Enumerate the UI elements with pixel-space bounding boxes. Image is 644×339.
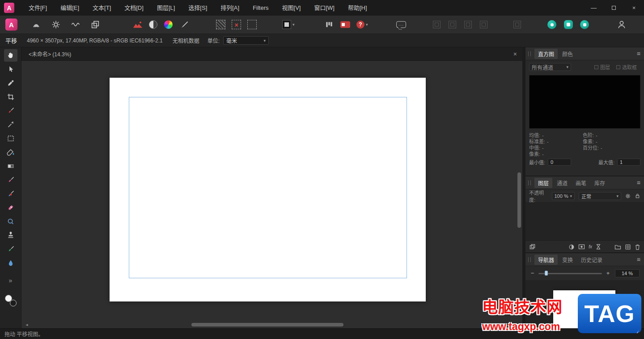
tab-transform[interactable]: 变换 [559,255,576,265]
marquee-tool[interactable] [4,132,17,145]
tab-channels[interactable]: 通道 [553,178,571,188]
move-tool[interactable] [4,63,17,75]
tab-brushes[interactable]: 画笔 [572,178,590,188]
account-button[interactable] [617,20,627,29]
export-persona-icon[interactable] [90,20,100,29]
quick-mask-button[interactable]: ▾ [282,20,295,29]
auto-levels-icon[interactable] [132,20,143,29]
chevron-down-icon[interactable]: ▾ [366,22,368,27]
layers-list[interactable] [525,202,644,241]
zoom-slider-thumb[interactable] [545,271,548,276]
horizontal-scrollbar-thumb[interactable] [191,323,343,326]
menu-item-filters[interactable]: Filters [246,0,275,16]
panel-splitter[interactable] [522,47,525,328]
layer-lock-button[interactable] [635,193,640,199]
develop-persona-icon[interactable] [51,20,61,29]
scroll-left-arrow-icon[interactable]: ◄ [25,323,29,327]
tab-layers[interactable]: 图层 [534,178,552,188]
layer-overlay-checkbox[interactable]: 图层 [594,63,610,71]
color-replacement-brush-tool[interactable] [4,188,17,200]
invert-selection-icon[interactable] [247,20,257,29]
menu-item-edit[interactable]: 编辑[E] [54,0,86,16]
healing-brush-tool[interactable] [4,243,17,255]
rotate-canvas-icon[interactable] [340,21,350,28]
help-dropdown-button[interactable]: ? ▾ [356,21,368,29]
panel-grip[interactable] [528,51,531,56]
gradient-tool[interactable] [4,160,17,172]
blend-mode-select[interactable]: 正常 ▾ [579,192,621,200]
flood-fill-tool[interactable] [4,146,17,159]
zoom-slider[interactable] [538,270,602,276]
clone-stamp-tool[interactable] [4,229,17,242]
auto-white-balance-icon[interactable] [179,20,189,29]
new-layer-button[interactable] [625,244,631,250]
selection-pattern-icon[interactable] [216,20,225,29]
group-layers-button[interactable] [614,244,621,250]
zoom-in-button[interactable]: + [605,270,611,276]
menu-item-window[interactable]: 窗口[W] [307,0,341,16]
tab-color[interactable]: 颜色 [559,49,576,59]
photo-persona-icon[interactable]: A [5,19,17,31]
delete-layer-button[interactable] [635,244,640,250]
tab-history[interactable]: 历史记录 [577,255,606,265]
duplicate-layer-button[interactable] [529,243,536,250]
mask-layer-button[interactable] [578,244,585,250]
panel-menu-icon[interactable]: ≡ [637,179,640,186]
teal-circle-icon-1[interactable] [547,20,556,29]
arrange-columns-icon[interactable] [325,20,334,29]
menu-item-help[interactable]: 帮助[H] [341,0,374,16]
close-document-icon[interactable]: × [513,50,517,58]
minimize-button[interactable]: — [584,0,604,16]
color-swatches[interactable] [5,295,17,306]
menu-item-select[interactable]: 选择[S] [182,0,214,16]
color-picker-tool[interactable] [4,77,17,89]
max-value-field[interactable]: 1 [617,159,640,166]
tone-mapping-persona-icon[interactable] [71,20,80,29]
panel-grip[interactable] [528,257,531,262]
panel-grip[interactable] [528,180,531,185]
crop-tool[interactable] [4,91,17,103]
blur-tool[interactable] [4,257,17,269]
selection-brush-tool[interactable] [4,105,17,117]
opacity-select[interactable]: 100 % ▾ [552,192,575,200]
more-tools-expander[interactable]: » [9,277,13,284]
maximize-button[interactable] [604,0,624,16]
panel-menu-icon[interactable]: ≡ [637,50,640,57]
panel-menu-icon[interactable]: ≡ [637,256,640,263]
close-button[interactable]: × [624,0,644,16]
selection-overlay-checkbox[interactable]: 选取框 [616,63,637,71]
menu-item-document[interactable]: 文档[D] [118,0,150,16]
foreground-color-swatch[interactable] [5,295,12,302]
teal-circle-icon-3[interactable] [580,20,589,29]
canvas-area[interactable]: ◄ [21,61,522,328]
layer-settings-button[interactable] [625,193,631,199]
flood-select-tool[interactable] [4,118,17,131]
channel-select[interactable]: 所有通道 ▾ [529,63,571,71]
vertical-scrollbar-thumb[interactable] [517,172,521,228]
menu-item-arrange[interactable]: 排列[A] [214,0,246,16]
paint-brush-tool[interactable] [4,174,17,186]
teal-circle-icon-2[interactable] [564,20,573,29]
document-tab[interactable]: <未命名> (14.3%) [29,50,71,58]
assistant-button[interactable]: ··· [396,21,406,28]
zoom-out-button[interactable]: − [529,270,536,276]
adjustment-layer-button[interactable] [568,244,575,250]
tab-stock[interactable]: 库存 [591,178,609,188]
zoom-value-field[interactable]: 14 % [615,269,640,277]
tab-histogram[interactable]: 直方图 [534,49,558,59]
auto-colors-icon[interactable] [164,21,173,29]
menu-item-text[interactable]: 文本[T] [86,0,118,16]
eraser-tool[interactable] [4,201,17,214]
min-value-field[interactable]: 0 [548,159,571,166]
menu-item-file[interactable]: 文件[F] [22,0,54,16]
fx-layer-button[interactable]: fx [589,244,592,249]
menu-item-layer[interactable]: 图层[L] [150,0,182,16]
flood-erase-tool[interactable] [4,215,17,228]
vertical-scrollbar[interactable] [517,61,521,321]
horizontal-scrollbar[interactable]: ◄ [21,322,522,328]
unit-select[interactable]: 毫米 ▾ [223,36,269,45]
deselect-icon[interactable]: × [232,20,241,29]
document-page[interactable] [110,78,426,301]
tab-navigator[interactable]: 导航器 [534,255,558,265]
live-filter-button[interactable] [596,244,601,250]
